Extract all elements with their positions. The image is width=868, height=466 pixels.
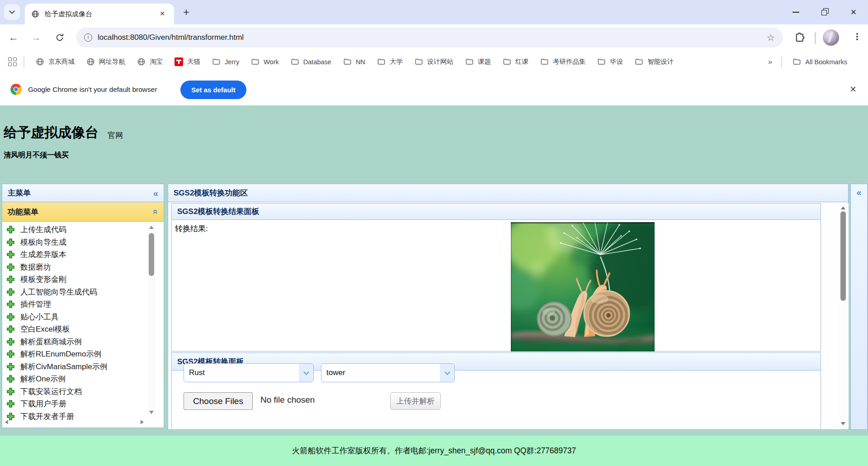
choose-files-button[interactable]: Choose Files (184, 392, 253, 410)
menu-item-download-install-doc[interactable]: 下载安装运行文档 (2, 385, 146, 398)
menu-item-handy-tools[interactable]: 贴心小工具 (2, 311, 146, 323)
official-site-link[interactable]: 官网 (108, 130, 123, 142)
tab-list-chevron-button[interactable] (4, 4, 20, 20)
bookmark-item[interactable]: 课题 (465, 57, 491, 66)
menu-item-data-mill[interactable]: 数据磨坊 (2, 261, 146, 274)
bookmark-item[interactable]: 大学 (377, 57, 403, 66)
bookmarks-overflow-chevron[interactable]: » (764, 57, 777, 67)
result-panel: SGS2模板转换结果面板 转换结果: (171, 203, 821, 352)
set-as-default-button[interactable]: Set as default (180, 81, 246, 99)
main-menu-header: 主菜单 « (2, 184, 164, 202)
restore-button[interactable] (810, 2, 839, 22)
bookmark-item[interactable]: 毕设 (597, 57, 623, 66)
site-info-icon[interactable]: i (84, 33, 92, 42)
scroll-down-arrow[interactable] (149, 411, 154, 414)
new-tab-button[interactable]: + (180, 6, 193, 19)
chevron-down-icon[interactable] (299, 364, 313, 382)
convert-panel: SGS2模板转换面板 Rust tower Choose Files No fi… (171, 352, 821, 430)
close-icon: × (851, 6, 857, 18)
bookmark-item[interactable]: 智能设计 (635, 57, 674, 66)
minimize-icon (793, 12, 799, 13)
scroll-right-arrow[interactable] (141, 420, 144, 424)
close-button[interactable]: × (839, 2, 868, 22)
browser-tab[interactable]: 给予虚拟成像台 × (25, 4, 174, 24)
bookmark-item[interactable]: Jerry (212, 57, 239, 66)
bookmark-item[interactable]: 红课 (503, 57, 528, 66)
green-plus-icon (6, 300, 15, 309)
scroll-up-arrow[interactable] (841, 206, 845, 209)
framework-combobox[interactable]: tower (321, 363, 455, 382)
bookmark-item[interactable]: NN (343, 57, 365, 66)
bookmark-item[interactable]: 淘宝 (137, 57, 163, 66)
green-plus-icon (6, 387, 15, 396)
scroll-down-arrow[interactable] (841, 422, 845, 425)
east-collapsed-panel[interactable]: « (850, 184, 868, 430)
scroll-left-arrow[interactable] (5, 420, 8, 424)
tab-close-icon[interactable]: × (157, 9, 168, 19)
menu-item-download-user-manual[interactable]: 下载用户手册 (2, 398, 146, 410)
page-footer: 火箭船软件工作室版权所有。作者电邮:jerry_shen_sjf@qq.com … (0, 436, 868, 466)
folder-icon (465, 57, 474, 66)
minimize-button[interactable] (781, 2, 810, 22)
scroll-up-arrow[interactable] (149, 226, 154, 229)
bookmarks-divider (781, 56, 782, 68)
menu-item-template-wizard[interactable]: 模板向导生成 (2, 236, 146, 249)
green-plus-icon (6, 225, 15, 234)
bookmark-item[interactable]: 天猫 (175, 57, 200, 66)
menu-item-ai-wizard[interactable]: 人工智能向导生成代码 (2, 286, 146, 299)
upload-parse-button[interactable]: 上传并解析 (390, 392, 441, 410)
bookmark-item[interactable]: 设计网站 (415, 57, 453, 66)
bookmark-item[interactable]: Database (291, 57, 331, 66)
green-plus-icon (6, 350, 15, 358)
banner-close-icon[interactable]: × (846, 83, 860, 95)
menu-item-upload-generate[interactable]: 上传生成代码 (2, 223, 146, 236)
accordion-header-function-menu[interactable]: 功能菜单 « (2, 202, 164, 222)
scrollbar-thumb[interactable] (149, 233, 154, 276)
menu-item-parse-one[interactable]: 解析One示例 (2, 373, 146, 385)
back-button[interactable]: ← (6, 30, 21, 45)
menu-item-parse-civmariasample[interactable]: 解析CivMariaSample示例 (2, 361, 146, 373)
main-vertical-scrollbar[interactable] (838, 203, 849, 428)
reload-button[interactable] (52, 30, 67, 45)
main-region-body: SGS2模板转换结果面板 转换结果: (168, 202, 848, 429)
menu-item-parse-rlenumdemo[interactable]: 解析RLEnumDemo示例 (2, 348, 146, 361)
menu-item-plugin-manage[interactable]: 插件管理 (2, 298, 146, 311)
url-text: localhost:8080/Given/html/transformer.ht… (98, 33, 767, 42)
extensions-icon[interactable] (794, 31, 807, 44)
all-bookmarks-button[interactable]: All Bookmarks (793, 57, 847, 66)
browser-menu-icon[interactable] (852, 32, 863, 43)
green-plus-icon (6, 362, 15, 371)
green-plus-icon (6, 288, 15, 296)
language-combobox[interactable]: Rust (184, 363, 314, 382)
expand-left-icon[interactable]: « (856, 188, 861, 197)
menu-item-template-transformer[interactable]: 模板变形金刚 (2, 273, 146, 286)
green-plus-icon (6, 313, 15, 321)
bookmark-item[interactable]: 网址导航 (86, 57, 125, 66)
bookmark-item[interactable]: 考研作品集 (540, 57, 586, 66)
chevron-down-icon[interactable] (440, 364, 454, 382)
profile-avatar[interactable] (823, 29, 839, 46)
sidebar-panel: 主菜单 « 功能菜单 « 上传生成代码 模板向导生成 生成差异版本 数据磨坊 模… (2, 184, 164, 428)
menu-item-blank-excel[interactable]: 空白Excel模板 (2, 323, 146, 336)
folder-icon (635, 57, 643, 66)
chevron-down-icon (9, 8, 15, 14)
page-body: 给予虚拟成像台 官网 清风明月不须一钱买 主菜单 « 功能菜单 « 上传生成代码… (0, 105, 868, 466)
collapse-up-icon[interactable]: « (153, 207, 158, 216)
apps-grid-icon[interactable] (8, 57, 17, 67)
bookmark-item[interactable]: 京东商城 (36, 57, 75, 66)
menu-item-download-dev-manual[interactable]: 下载开发者手册 (2, 410, 146, 423)
menu-item-parse-cake-mall[interactable]: 解析蛋糕商城示例 (2, 336, 146, 348)
menu-item-diff-version[interactable]: 生成差异版本 (2, 248, 146, 261)
bookmark-star-icon[interactable]: ☆ (767, 32, 775, 43)
folder-icon (212, 57, 221, 66)
address-bar[interactable]: i localhost:8080/Given/html/transformer.… (76, 28, 783, 48)
bookmarks-bar: 京东商城 网址导航 淘宝 天猫 Jerry Work Database NN 大… (0, 51, 868, 73)
tab-title: 给予虚拟成像台 (45, 10, 157, 19)
scrollbar-thumb[interactable] (840, 211, 846, 301)
collapse-left-icon[interactable]: « (153, 189, 158, 198)
browser-window: 给予虚拟成像台 × + × ← → i localhost:8080/Given… (0, 0, 868, 466)
forward-button[interactable]: → (29, 30, 43, 45)
bookmark-item[interactable]: Work (251, 57, 279, 66)
sidebar-vertical-scrollbar[interactable] (147, 223, 156, 417)
site-slogan: 清风明月不须一钱买 (4, 151, 69, 160)
